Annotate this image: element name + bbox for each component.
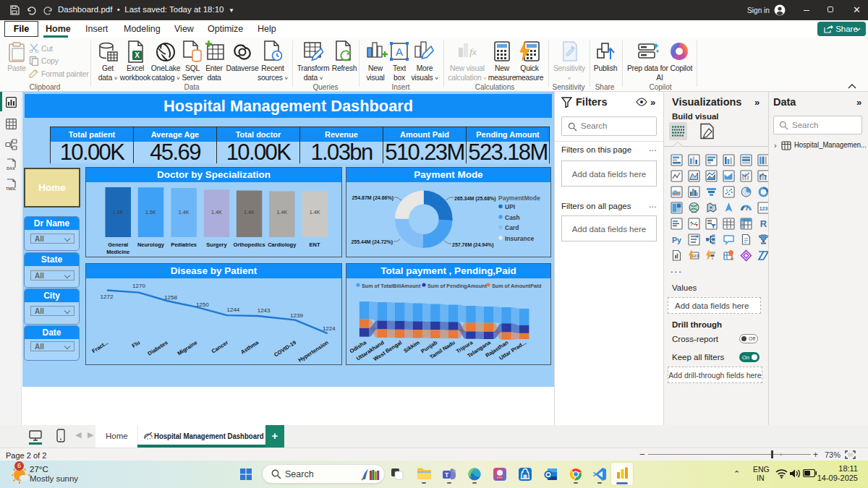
svg-text:Surgery: Surgery	[206, 241, 227, 248]
svg-text:1224: 1224	[323, 325, 336, 332]
svg-text:1270: 1270	[132, 283, 145, 289]
svg-text:TMDL: TMDL	[6, 187, 17, 191]
svg-text:Flu: Flu	[131, 339, 142, 349]
svg-text:1.4K: 1.4K	[276, 209, 287, 215]
svg-text:Diabetes: Diabetes	[147, 339, 169, 357]
svg-text:1.4K: 1.4K	[244, 209, 255, 215]
svg-text:Medicine: Medicine	[106, 249, 129, 255]
svg-text:⊞: ⊞	[523, 474, 527, 479]
svg-text:123: 123	[760, 206, 768, 211]
svg-text:General: General	[108, 241, 128, 248]
svg-text:1258: 1258	[164, 294, 177, 301]
svg-text:1.5K: 1.5K	[113, 209, 124, 215]
svg-text:1272: 1272	[101, 294, 114, 300]
svg-text:1.4K: 1.4K	[310, 209, 320, 215]
svg-text:UPI: UPI	[505, 203, 515, 210]
svg-text:fx: fx	[469, 46, 477, 57]
svg-text:Neurology: Neurology	[137, 241, 165, 248]
svg-text:COVID-19: COVID-19	[273, 339, 297, 358]
svg-text:Card: Card	[505, 224, 519, 231]
svg-text:1.4K: 1.4K	[179, 209, 190, 215]
svg-text:Pediatries: Pediatries	[171, 241, 197, 248]
svg-text:Migraine: Migraine	[176, 339, 199, 356]
svg-text:257.76M (24.94%): 257.76M (24.94%)	[452, 242, 494, 248]
svg-text:Sum of PendingAmount: Sum of PendingAmount	[427, 283, 487, 289]
svg-text:1.5K: 1.5K	[145, 209, 156, 215]
svg-text:Cash: Cash	[505, 214, 520, 221]
svg-text:ENT: ENT	[310, 241, 320, 248]
svg-text:A: A	[396, 46, 403, 58]
svg-text:PaymentMode: PaymentMode	[498, 194, 540, 202]
svg-text:1243: 1243	[258, 307, 271, 314]
svg-text:X: X	[135, 51, 140, 59]
svg-text:Orthopedics: Orthopedics	[233, 241, 265, 248]
svg-text:255.44M (24.72%): 255.44M (24.72%)	[351, 239, 393, 245]
svg-text:Py: Py	[672, 236, 681, 244]
svg-text:Insurance: Insurance	[505, 235, 534, 242]
svg-text:Cardiology: Cardiology	[268, 241, 297, 248]
svg-text:Asthma: Asthma	[239, 339, 260, 356]
svg-text:1239: 1239	[290, 312, 303, 319]
svg-text:T: T	[445, 471, 449, 479]
svg-text:1.4K: 1.4K	[211, 209, 222, 215]
svg-text:R: R	[760, 218, 767, 229]
svg-text:Sum of AmountPaid: Sum of AmountPaid	[492, 283, 541, 289]
svg-text:Fract...: Fract...	[91, 339, 110, 354]
svg-text:Hypertension: Hypertension	[297, 339, 330, 364]
svg-text:1250: 1250	[196, 301, 209, 308]
svg-text:DAX: DAX	[7, 166, 15, 171]
svg-text:Cancer: Cancer	[210, 339, 229, 354]
svg-text:265.34M (25.68%): 265.34M (25.68%)	[454, 196, 496, 202]
svg-text:Sum of TotalBillAmount: Sum of TotalBillAmount	[362, 283, 421, 289]
svg-text:1244: 1244	[227, 307, 240, 313]
svg-text:Sikkim: Sikkim	[403, 339, 421, 354]
svg-text:M365: M365	[497, 476, 503, 479]
svg-text:254.87M (24.66%): 254.87M (24.66%)	[352, 195, 393, 201]
